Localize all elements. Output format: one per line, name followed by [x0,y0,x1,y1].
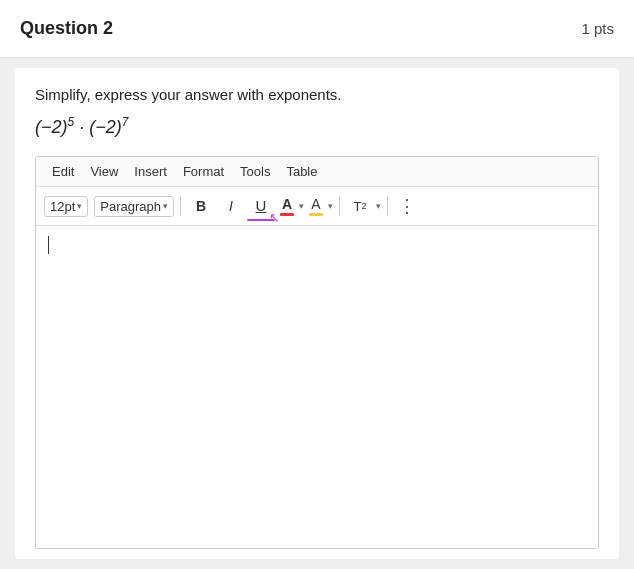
superscript-button[interactable]: T2 [346,192,374,220]
toolbar-separator-3 [387,196,388,216]
menu-format[interactable]: Format [175,161,232,182]
math-expression: (−2)5 · (−2)7 [35,115,599,138]
menu-table[interactable]: Table [278,161,325,182]
font-color-chevron-icon[interactable]: ▾ [299,201,304,211]
italic-button[interactable]: I [217,192,245,220]
highlight-color-indicator [309,213,323,216]
highlight-label: A [311,196,320,212]
underline-button[interactable]: U [247,191,275,219]
page-wrapper: Question 2 1 pts Simplify, express your … [0,0,634,569]
more-options-button[interactable]: ⋮ [394,193,420,219]
font-color-button[interactable]: A [277,192,297,220]
paragraph-style-value: Paragraph [100,199,161,214]
question-points: 1 pts [581,20,614,37]
menu-view[interactable]: View [82,161,126,182]
bold-button[interactable]: B [187,192,215,220]
highlight-button[interactable]: A [306,192,326,220]
font-color-label: A [282,196,292,212]
font-color-group: A ▾ [277,192,304,220]
menu-bar: Edit View Insert Format Tools Table [36,157,598,187]
math-base-1: −2 [41,117,62,137]
toolbar-separator-1 [180,196,181,216]
question-instruction: Simplify, express your answer with expon… [35,86,599,103]
font-color-indicator [280,213,294,216]
text-cursor [48,236,49,254]
superscript-chevron-icon[interactable]: ▾ [376,201,381,211]
math-base-2: −2 [95,117,116,137]
math-exp-2: 7 [122,115,129,129]
font-size-value: 12pt [50,199,75,214]
editor-container: Edit View Insert Format Tools Table 12pt… [35,156,599,549]
text-editor[interactable] [36,226,598,548]
toolbar-separator-2 [339,196,340,216]
menu-insert[interactable]: Insert [126,161,175,182]
font-size-chevron-icon: ▾ [77,201,82,211]
superscript-group: T2 ▾ [346,192,381,220]
menu-edit[interactable]: Edit [44,161,82,182]
highlight-group: A ▾ [306,192,333,220]
paragraph-style-selector[interactable]: Paragraph ▾ [94,196,174,217]
question-title: Question 2 [20,18,113,39]
underline-color-bar [247,219,275,221]
font-size-selector[interactable]: 12pt ▾ [44,196,88,217]
question-header: Question 2 1 pts [0,0,634,58]
toolbar: 12pt ▾ Paragraph ▾ B I U [36,187,598,226]
math-dot: · [74,117,89,137]
paragraph-chevron-icon: ▾ [163,201,168,211]
content-area: Simplify, express your answer with expon… [15,68,619,559]
menu-tools[interactable]: Tools [232,161,278,182]
underline-wrapper: U ↖ [247,191,275,221]
highlight-chevron-icon[interactable]: ▾ [328,201,333,211]
